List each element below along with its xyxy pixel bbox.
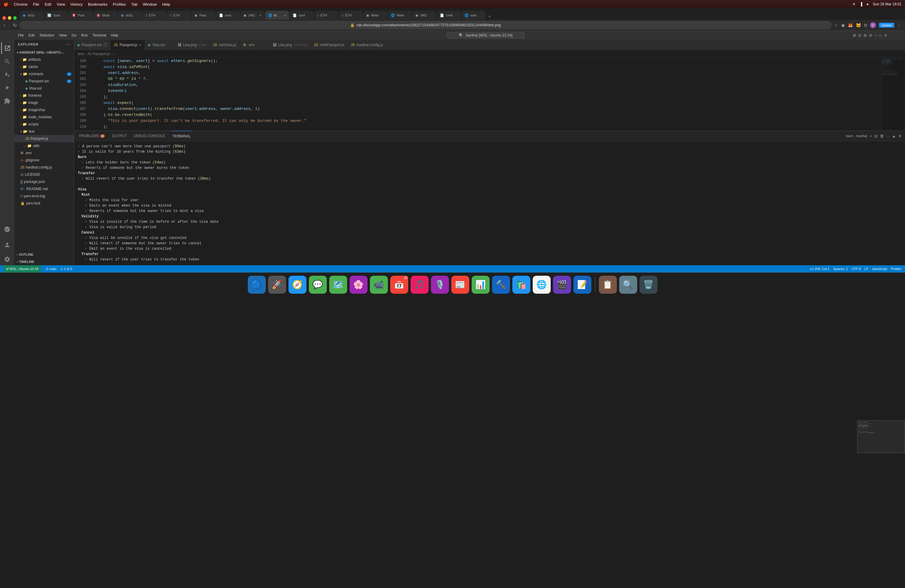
maximize-window-button[interactable] — [13, 16, 17, 20]
browser-tab-active[interactable]: 🌐tc✕ — [265, 11, 289, 20]
activity-source-control[interactable] — [1, 68, 13, 81]
browser-tab-7[interactable]: ⟠ETH — [167, 11, 191, 20]
dock-xcode[interactable]: 🔨 — [492, 276, 510, 294]
panel-close-button[interactable]: ✕ — [898, 134, 902, 138]
editor-tab-mintpassport[interactable]: JS mintPassport.js — [311, 40, 348, 50]
sidebar-item-image[interactable]: › 📁 image — [14, 99, 74, 106]
sidebar-item-scripts[interactable]: › 📁 scripts — [14, 121, 74, 128]
browser-tab-6[interactable]: ⟠ETH — [143, 11, 167, 20]
restore-vscode[interactable]: □ — [880, 33, 882, 37]
activity-remote[interactable] — [1, 223, 13, 235]
sidebar-item-utils[interactable]: › 📁 utils — [14, 142, 74, 149]
dock-clipboard[interactable]: 📋 — [599, 276, 617, 294]
dock-messages[interactable]: 💬 — [309, 276, 327, 294]
split-editor-button[interactable]: ⊟ — [858, 33, 861, 37]
sidebar-item-package-json[interactable]: {} package.json — [14, 178, 74, 185]
dock-spotlight[interactable]: 🔍 — [619, 276, 637, 294]
sidebar-item-visa-sol[interactable]: ◈ Visa.sol — [14, 85, 74, 92]
panel-tab-output[interactable]: OUTPUT — [111, 131, 128, 141]
browser-tab-17[interactable]: ◉(482 — [413, 11, 437, 20]
editor-layout-2[interactable]: ⊞ — [864, 33, 867, 37]
code-editor[interactable]: 199 200 201 202 203 204 205 206 207 208 … — [74, 57, 881, 130]
sidebar-item-yarn-lock[interactable]: 🔒 yarn.lock — [14, 200, 74, 207]
activity-settings[interactable] — [1, 253, 13, 265]
browser-tab-16[interactable]: 🌐Netw — [388, 11, 412, 20]
dock-finder[interactable]: 🔵 — [248, 276, 266, 294]
activity-account[interactable] — [1, 239, 13, 251]
sidebar-item-test[interactable]: ▾ 📂 test — [14, 128, 74, 135]
close-vscode[interactable]: ✕ — [884, 33, 887, 37]
browser-tab-9[interactable]: 📄pres — [216, 11, 240, 20]
close-tab-icon[interactable]: ✕ — [139, 43, 141, 47]
menu-history[interactable]: History — [71, 2, 83, 6]
menu-help[interactable]: Help — [162, 2, 170, 6]
panel-expand-button[interactable]: ▲ — [892, 134, 896, 138]
minimize-vscode[interactable]: ─ — [875, 33, 877, 37]
browser-tab-19[interactable]: 🌐web — [462, 11, 486, 20]
dock-imovie[interactable]: 🎬 — [553, 276, 571, 294]
git-branch[interactable]: ⎇ main — [44, 267, 57, 271]
vscode-menu-help[interactable]: Help — [111, 33, 119, 37]
panel-tab-problems[interactable]: PROBLEMS 2 — [78, 131, 106, 141]
dock-photos[interactable]: 🌸 — [349, 276, 367, 294]
menu-dots[interactable]: ⋮ — [897, 23, 902, 27]
reload-button[interactable]: ↻ — [13, 22, 17, 28]
browser-tab-18[interactable]: 📄Untit — [437, 11, 461, 20]
editor-tab-hardhat-config[interactable]: JS hardhat.config.js — [348, 40, 386, 50]
sidebar-item-hardhat-config[interactable]: JS hardhat.config.js — [14, 164, 74, 171]
language-mode[interactable]: JavaScript — [872, 267, 887, 271]
remote-indicator[interactable]: ⇄ WSL: Ubuntu-22.04 — [3, 265, 41, 272]
terminal-more-button[interactable]: ··· — [886, 134, 889, 138]
vscode-menu-view[interactable]: View — [59, 33, 67, 37]
root-folder[interactable]: ▾ HARDHAT [WSL: UBUNTU-... — [14, 49, 74, 56]
extension-icon-2[interactable]: 🦊 — [848, 23, 853, 27]
browser-tab-1[interactable]: ◉zkSy — [20, 11, 44, 20]
activity-extensions[interactable] — [1, 95, 13, 107]
sidebar-item-license[interactable]: ⚖ LICENSE — [14, 171, 74, 178]
editor-tab-lisa-png[interactable]: 🖼 Lisa.png image — [175, 40, 210, 50]
bookmark-icon[interactable]: ☆ — [834, 23, 838, 27]
terminal-split-button[interactable]: ⊟ — [874, 134, 878, 138]
dock-safari[interactable]: 🧭 — [289, 276, 306, 294]
editor-tab-passport-sol[interactable]: ◈ Passport.sol 2 — [74, 40, 111, 50]
formatter[interactable]: Prettier — [891, 267, 902, 271]
dock-chrome[interactable]: 🌐 — [533, 276, 551, 294]
vscode-menu-file[interactable]: File — [18, 33, 24, 37]
editor-layout-3[interactable]: ⊟ — [869, 33, 872, 37]
menu-profiles[interactable]: Profiles — [113, 2, 126, 6]
terminal-content[interactable]: ✓ A person can't own more than one passp… — [74, 141, 905, 265]
vscode-menu-go[interactable]: Go — [71, 33, 76, 37]
panel-tab-debug[interactable]: DEBUG CONSOLE — [133, 131, 167, 141]
activity-explorer[interactable] — [1, 42, 13, 54]
dock-numbers[interactable]: 📊 — [472, 276, 490, 294]
browser-tab-14[interactable]: ⟠ETH — [339, 11, 363, 20]
apple-menu[interactable]: 🍎 — [3, 2, 8, 6]
menu-view[interactable]: View — [57, 2, 65, 6]
dock-podcasts[interactable]: 🎙️ — [431, 276, 449, 294]
menu-bookmarks[interactable]: Bookmarks — [88, 2, 108, 6]
sidebar-item-frontend[interactable]: › 📁 frontend — [14, 92, 74, 99]
browser-tab-4[interactable]: 🔇Mute — [94, 11, 117, 20]
activity-search[interactable] — [1, 56, 13, 67]
editor-tab-visa-sol[interactable]: ◈ Visa.sol — [145, 40, 175, 50]
dock-launchpad[interactable]: 🚀 — [268, 276, 286, 294]
editor-tab-mintvisa[interactable]: JS mintVisa.js — [210, 40, 240, 50]
sidebar-item-imageVisa[interactable]: › 📁 imageVisa — [14, 106, 74, 113]
sidebar-item-cache[interactable]: › 📁 cache — [14, 63, 74, 70]
dock-vscode[interactable]: 📝 — [573, 276, 591, 294]
profile-icon[interactable]: V — [870, 22, 876, 28]
menu-tab[interactable]: Tab — [131, 2, 137, 6]
editor-tab-lisa-png2[interactable]: 🖼 Lisa.png imageVisa — [270, 40, 311, 50]
browser-tab-15[interactable]: ◉Meta — [363, 11, 387, 20]
sidebar-item-passport-js[interactable]: JS Passport.js — [14, 135, 74, 142]
sidebar-outline[interactable]: › OUTLINE — [14, 251, 74, 258]
dock-news[interactable]: 📰 — [451, 276, 469, 294]
sidebar-item-artifacts[interactable]: › 📁 artifacts — [14, 56, 74, 63]
forward-button[interactable]: › — [8, 22, 10, 28]
sidebar-timeline[interactable]: › TIMELINE — [14, 258, 74, 265]
close-window-button[interactable] — [2, 16, 6, 20]
dock-facetime[interactable]: 📹 — [370, 276, 388, 294]
browser-tab-10[interactable]: ◉(482✕ — [241, 11, 265, 20]
terminal-plus-button[interactable]: + — [870, 134, 872, 138]
extension-icon-3[interactable]: 🐱 — [856, 23, 861, 27]
